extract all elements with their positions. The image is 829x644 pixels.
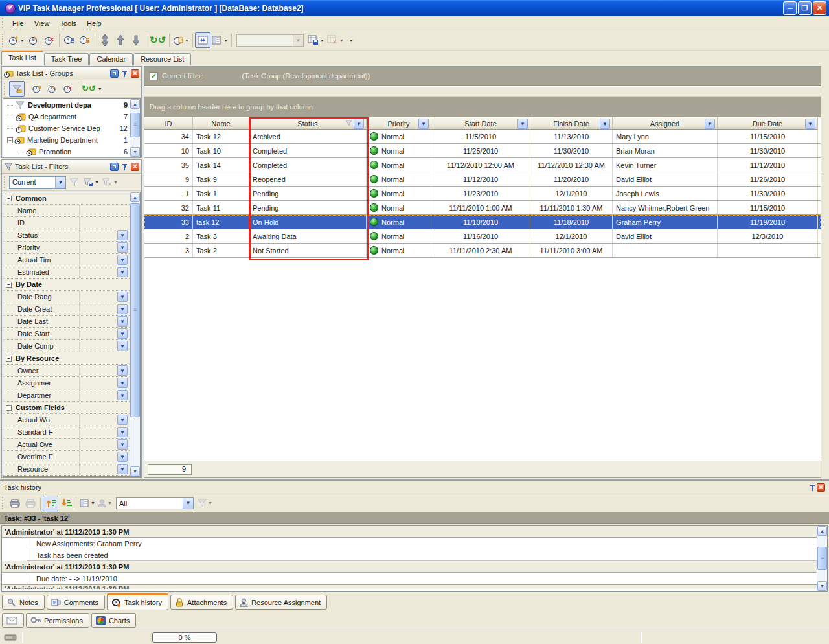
restore-button[interactable]: ❐ (798, 1, 812, 15)
clear-filter-dropdown-icon[interactable]: ▼ (113, 180, 118, 185)
scroll-up-icon[interactable]: ▲ (130, 99, 140, 109)
tree-expander-icon[interactable]: − (7, 137, 13, 143)
move-task-up-button[interactable] (113, 32, 128, 48)
filter-dropdown-icon[interactable]: ▼ (117, 304, 128, 314)
filter-dropdown-icon[interactable]: ▼ (117, 255, 128, 265)
menu-view[interactable]: View (29, 17, 55, 29)
column-header-finish-date[interactable]: Finish Date▼ (530, 117, 613, 130)
clear-grid-layout-dropdown-icon[interactable]: ▼ (339, 38, 344, 43)
minimize-button[interactable]: ─ (783, 1, 797, 15)
filter-row[interactable]: Date Last▼ (3, 316, 130, 328)
filter-section-header[interactable]: −By Resource (3, 352, 130, 365)
tab-task-list[interactable]: Task List (1, 51, 43, 65)
print-button[interactable] (7, 496, 23, 511)
table-row[interactable]: 9Task 9ReopenedNormal11/12/201011/20/201… (144, 172, 821, 187)
column-header-status[interactable]: Status▼ (249, 117, 367, 130)
history-filter-combo[interactable]: All ▼ (116, 497, 194, 509)
columns-layout-dropdown-icon[interactable]: ▼ (223, 38, 228, 43)
filter-row[interactable]: Date Creat▼ (3, 303, 130, 316)
filter-dropdown-icon[interactable]: ▼ (117, 341, 128, 351)
move-task-down-button[interactable] (128, 32, 144, 48)
filters-scrollbar[interactable]: ▲ ▼ (130, 192, 140, 476)
table-row[interactable]: 1Task 1PendingNormal11/23/201012/1/2010J… (144, 187, 821, 201)
groups-refresh-button[interactable]: ↻↺ (80, 81, 97, 97)
filter-row[interactable]: Date Rang▼ (3, 291, 130, 303)
print-preview-button[interactable] (23, 496, 38, 511)
task-details-button[interactable] (62, 32, 77, 48)
filter-row[interactable]: Estimated▼ (3, 266, 130, 279)
column-filter-dropdown-icon[interactable]: ▼ (805, 119, 815, 129)
group-view-dropdown-icon[interactable]: ▼ (91, 501, 95, 505)
edit-task-button[interactable]: ✎ (26, 32, 41, 48)
filter-dropdown-icon[interactable]: ▼ (117, 390, 128, 400)
table-row[interactable]: 3Task 2Not StartedNormal11/11/2010 2:30 … (144, 244, 821, 258)
filter-row[interactable]: Name (3, 205, 130, 217)
filter-row[interactable]: Actual Ove▼ (3, 439, 130, 451)
filter-dropdown-icon[interactable]: ▼ (117, 415, 128, 425)
user-filter-button[interactable]: ▼ (97, 496, 113, 511)
clear-filter-button[interactable]: ✕ ▼ (100, 174, 119, 190)
save-grid-layout-dropdown-icon[interactable]: ▼ (320, 38, 324, 43)
column-header-assigned[interactable]: Assigned▼ (613, 117, 718, 130)
panel-pin-icon[interactable] (120, 69, 129, 78)
filter-preset-combo[interactable]: Current ▼ (9, 176, 66, 189)
filter-row[interactable]: Assignmer▼ (3, 377, 130, 389)
scroll-down-icon[interactable]: ▼ (817, 581, 827, 591)
column-header-start-date[interactable]: Start Date▼ (431, 117, 530, 130)
history-scrollbar[interactable]: ▲ ▼ (817, 526, 827, 591)
fit-columns-button[interactable] (195, 32, 210, 48)
filter-dropdown-icon[interactable]: ▼ (117, 464, 128, 474)
save-filter-button[interactable]: ▼ (82, 174, 100, 190)
sort-descending-button[interactable] (58, 496, 74, 511)
current-filter-checkbox[interactable]: ✓ (150, 72, 158, 80)
menu-file[interactable]: File (7, 17, 29, 29)
filter-section-header[interactable]: −Custom Fields (3, 402, 130, 414)
scroll-down-icon[interactable]: ▼ (130, 466, 140, 476)
apply-filter-button[interactable] (66, 174, 82, 190)
scroll-up-icon[interactable]: ▲ (130, 192, 140, 202)
section-collapse-icon[interactable]: − (6, 282, 12, 288)
table-row[interactable]: 35Task 14CompletedNormal11/12/2010 12:00… (144, 158, 821, 172)
panel-maximize-icon[interactable] (110, 69, 119, 78)
section-collapse-icon[interactable]: − (6, 196, 12, 201)
add-task-dropdown-icon[interactable]: ▼ (20, 38, 25, 43)
filter-row[interactable]: Date Comp▼ (3, 340, 130, 352)
delete-group-button[interactable]: ✕ (60, 81, 76, 97)
tree-item[interactable]: Promotion6 (3, 146, 130, 157)
filter-dropdown-icon[interactable]: ▼ (117, 378, 128, 388)
column-filter-dropdown-icon[interactable]: ▼ (354, 119, 364, 129)
column-header-name[interactable]: Name (193, 117, 249, 130)
table-row[interactable]: 33task 12On HoldNormal11/10/201011/18/20… (144, 215, 821, 229)
panel-close-icon[interactable]: ✕ (131, 69, 139, 78)
filter-row[interactable]: Owner▼ (3, 365, 130, 377)
groups-tree-scrollbar[interactable]: ▲ ▼ (130, 99, 140, 157)
tree-item[interactable]: QA department7 (3, 111, 130, 122)
clear-grid-layout-button[interactable]: ✕ ▼ (326, 32, 345, 48)
menu-tools[interactable]: Tools (54, 17, 82, 29)
panel-pin-icon[interactable] (808, 483, 817, 492)
panel-maximize-icon[interactable] (110, 163, 119, 171)
scroll-down-icon[interactable]: ▼ (130, 147, 140, 157)
delete-task-button[interactable]: ✕ (41, 32, 57, 48)
column-header-priority[interactable]: Priority▼ (367, 117, 431, 130)
column-filter-funnel-icon[interactable] (345, 120, 352, 128)
table-row[interactable]: 32Task 11PendingNormal11/11/2010 1:00 AM… (144, 201, 821, 215)
table-row[interactable]: 10Task 10CompletedNormal11/25/201011/30/… (144, 144, 821, 158)
column-filter-dropdown-icon[interactable]: ▼ (517, 119, 528, 129)
filter-dropdown-icon[interactable]: ▼ (117, 292, 128, 302)
filter-row[interactable]: Standard F▼ (3, 426, 130, 439)
view-options-button[interactable]: ▼ (172, 32, 190, 48)
group-view-button[interactable]: ▼ (78, 496, 97, 511)
filter-row[interactable]: Departmer▼ (3, 389, 130, 402)
tree-item[interactable]: Development depa9 (3, 99, 130, 111)
section-collapse-icon[interactable]: − (6, 356, 12, 362)
filter-row[interactable]: Priority▼ (3, 242, 130, 254)
panel-close-icon[interactable]: ✕ (817, 483, 825, 492)
column-header-id[interactable]: ID (144, 117, 193, 130)
bottom-tab-notes[interactable]: Notes (2, 595, 45, 610)
table-row[interactable]: 34Task 12ArchivedNormal11/5/201011/13/20… (144, 130, 821, 144)
user-filter-dropdown-icon[interactable]: ▼ (108, 501, 112, 505)
tab-resource-list[interactable]: Resource List (133, 53, 191, 65)
column-header-due-date[interactable]: Due Date▼ (718, 117, 818, 130)
add-group-button[interactable]: ★ (29, 81, 45, 97)
